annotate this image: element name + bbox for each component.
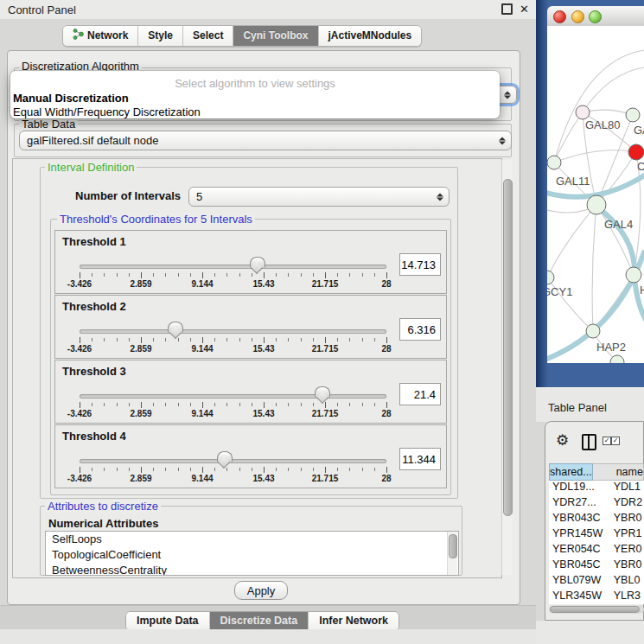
network-node-gal11[interactable] bbox=[547, 156, 561, 169]
attribute-item-selfloops[interactable]: SelfLoops bbox=[46, 532, 458, 547]
attribute-item-topologicalcoefficient[interactable]: TopologicalCoefficient bbox=[46, 547, 458, 563]
table-row[interactable]: YBR045CYBR0 bbox=[549, 558, 644, 574]
threshold-slider-track[interactable] bbox=[80, 265, 386, 269]
algorithm-option-manual[interactable]: Manual Discretization bbox=[13, 92, 129, 105]
columns-icon[interactable] bbox=[582, 434, 596, 450]
tick-mark bbox=[288, 468, 289, 471]
threshold-slider-thumb[interactable] bbox=[168, 322, 183, 333]
threshold-slider-track[interactable] bbox=[80, 394, 386, 399]
gear-icon[interactable]: ⚙ bbox=[556, 433, 569, 448]
threshold-value-field[interactable]: 14.713 bbox=[399, 253, 441, 276]
tick-mark bbox=[349, 273, 350, 277]
network-canvas[interactable]: GAL80GACGAL11GAL4GCY1HHAP2 bbox=[547, 26, 644, 363]
threshold-value-field[interactable]: 6.316 bbox=[399, 318, 441, 341]
zoom-traffic-light[interactable] bbox=[589, 10, 602, 23]
tick-mark bbox=[117, 403, 118, 406]
tab-select[interactable]: Select bbox=[183, 26, 233, 46]
tick-label: 9.144 bbox=[175, 474, 230, 483]
minimize-traffic-light[interactable] bbox=[571, 10, 584, 23]
tab-network[interactable]: Network bbox=[63, 26, 138, 46]
attribute-item-betweennesscentrality[interactable]: BetweennessCentrality bbox=[46, 563, 458, 576]
vertical-scrollbar[interactable] bbox=[501, 160, 513, 575]
threshold-slider-track[interactable] bbox=[80, 459, 386, 463]
tick-mark bbox=[92, 468, 92, 471]
tick-mark bbox=[80, 337, 80, 343]
attributes-scrollbar-thumb[interactable] bbox=[449, 534, 457, 558]
tick-mark bbox=[239, 468, 240, 471]
float-window-icon[interactable] bbox=[501, 3, 513, 15]
algorithm-option-equal-width[interactable]: Equal Width/Frequency Discretization bbox=[13, 105, 201, 118]
network-icon bbox=[73, 29, 84, 42]
close-icon[interactable]: ✕ bbox=[520, 3, 529, 15]
tick-mark bbox=[276, 273, 277, 277]
threshold-slider-thumb[interactable] bbox=[217, 451, 233, 462]
threshold-label: Threshold 4 bbox=[62, 430, 126, 443]
tab-infer-network[interactable]: Infer Network bbox=[309, 612, 399, 630]
network-node-gal4[interactable] bbox=[587, 195, 606, 214]
network-graph: GAL80GACGAL11GAL4GCY1HHAP2 bbox=[547, 26, 644, 363]
tick-mark bbox=[301, 273, 302, 277]
tick-label: 21.715 bbox=[297, 409, 353, 418]
checkbox-icon[interactable]: ✓ bbox=[611, 437, 620, 445]
horizontal-scrollbar-thumb[interactable] bbox=[550, 606, 640, 613]
network-node-label: GCY1 bbox=[547, 285, 572, 298]
close-traffic-light[interactable] bbox=[553, 10, 566, 23]
tick-mark bbox=[129, 338, 130, 341]
table-data-combobox[interactable]: galFiltered.sif default node bbox=[19, 131, 512, 150]
network-node-ga[interactable] bbox=[626, 108, 640, 122]
network-edge bbox=[547, 205, 596, 277]
tab-jactivemnodules[interactable]: jActiveMNodules bbox=[319, 26, 422, 46]
cell-shared-name: YBR045C bbox=[549, 558, 609, 574]
tick-mark bbox=[252, 338, 252, 341]
threshold-slider-track[interactable] bbox=[80, 329, 386, 334]
network-node-h[interactable] bbox=[626, 267, 641, 283]
network-node-c[interactable] bbox=[628, 144, 644, 160]
tab-cyni-toolbox[interactable]: Cyni Toolbox bbox=[233, 26, 318, 46]
vertical-scrollbar-thumb[interactable] bbox=[503, 179, 513, 516]
tick-mark bbox=[117, 338, 118, 341]
tick-mark bbox=[386, 272, 387, 278]
table-row[interactable]: YPR145WYPR1 bbox=[549, 527, 644, 543]
horizontal-scrollbar[interactable] bbox=[549, 605, 644, 614]
tick-mark bbox=[252, 403, 252, 406]
bottom-strip bbox=[0, 629, 536, 644]
table-row[interactable]: YLR345WYLR3 bbox=[549, 590, 644, 604]
network-node-gal80[interactable] bbox=[576, 105, 590, 119]
threshold-label: Threshold 1 bbox=[62, 235, 126, 248]
tab-label: Cyni Toolbox bbox=[243, 29, 308, 41]
threshold-slider-thumb[interactable] bbox=[250, 257, 265, 268]
network-node-hap2[interactable] bbox=[586, 324, 600, 338]
threshold-box-1: Threshold 1-3.4262.8599.14415.4321.71528… bbox=[54, 230, 447, 294]
tick-label: 2.859 bbox=[113, 474, 169, 483]
table-row[interactable]: YBR043CYBR0 bbox=[549, 512, 644, 527]
tick-mark bbox=[362, 338, 363, 341]
column-header-name[interactable]: name bbox=[593, 463, 644, 481]
tab-impute-data[interactable]: Impute Data bbox=[126, 612, 210, 630]
threshold-slider-thumb[interactable] bbox=[315, 386, 330, 398]
network-node-gcy1[interactable] bbox=[547, 271, 554, 284]
table-row[interactable]: YDL19...YDL1 bbox=[549, 481, 644, 496]
table-row[interactable]: YDR27...YDR2 bbox=[549, 496, 644, 512]
tick-mark bbox=[104, 403, 105, 406]
tab-label: Impute Data bbox=[137, 615, 199, 627]
tab-style[interactable]: Style bbox=[138, 26, 183, 46]
checkbox-icon[interactable]: ✓ bbox=[603, 437, 611, 445]
threshold-value-field[interactable]: 21.4 bbox=[399, 383, 441, 405]
tick-label: 28 bbox=[359, 474, 414, 483]
algorithm-prompt-option: Select algorithm to view settings bbox=[10, 77, 500, 90]
num-intervals-combobox[interactable]: 5 bbox=[188, 187, 450, 207]
num-intervals-value: 5 bbox=[196, 190, 202, 203]
threshold-box-2: Threshold 2-3.4262.8599.14415.4321.71528… bbox=[54, 295, 447, 359]
tick-mark bbox=[288, 273, 289, 277]
network-window-titlebar[interactable] bbox=[547, 6, 644, 27]
tick-mark bbox=[362, 468, 363, 471]
table-row[interactable]: YER054CYER0 bbox=[549, 543, 644, 558]
column-header-shared[interactable]: shared... bbox=[549, 463, 593, 481]
tab-discretize-data[interactable]: Discretize Data bbox=[210, 612, 309, 630]
attributes-scrollbar[interactable] bbox=[447, 532, 457, 575]
combo-arrows-icon bbox=[504, 91, 511, 99]
threshold-value-field[interactable]: 11.344 bbox=[399, 448, 441, 470]
apply-button[interactable]: Apply bbox=[234, 581, 288, 600]
tick-label: 15.43 bbox=[236, 474, 291, 483]
table-row[interactable]: YBL079WYBL0 bbox=[549, 574, 644, 590]
